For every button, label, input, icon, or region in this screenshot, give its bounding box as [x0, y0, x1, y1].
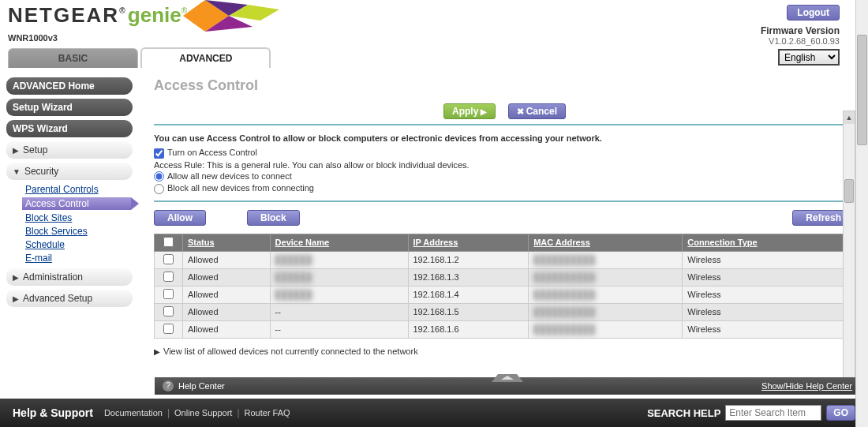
tab-basic[interactable]: BASIC [8, 48, 138, 68]
allow-all-label: Allow all new devices to connect [167, 171, 292, 181]
cell-device: ██████ [270, 268, 408, 286]
row-checkbox[interactable] [163, 289, 174, 299]
help-center-label: Help Center [178, 381, 225, 391]
cell-mac: ██████████ [529, 251, 683, 268]
chevron-right-icon: ▶ [13, 294, 19, 303]
sidebar-sub-block-sites[interactable]: Block Sites [25, 212, 138, 223]
sidebar-item-advanced-setup[interactable]: ▶Advanced Setup [6, 290, 133, 307]
table-row: Allowed██████192.168.1.2██████████Wirele… [155, 251, 855, 268]
content-scrollbar[interactable]: ▲ ▼ [843, 110, 855, 395]
scroll-thumb[interactable] [844, 179, 854, 203]
cell-device: ██████ [270, 286, 408, 303]
row-checkbox[interactable] [163, 306, 174, 317]
sidebar: ADVANCED Home Setup Wizard WPS Wizard ▶S… [0, 71, 138, 395]
col-device[interactable]: Device Name [270, 234, 408, 251]
cell-status: Allowed [183, 251, 271, 268]
block-all-label: Block all new devices from connecting [167, 183, 314, 193]
sidebar-item-setup[interactable]: ▶Setup [6, 141, 133, 159]
sidebar-sub-access-control[interactable]: Access Control [22, 197, 131, 210]
chevron-down-icon: ▼ [13, 167, 21, 176]
cell-ip: 192.168.1.5 [408, 303, 529, 320]
cell-status: Allowed [183, 320, 271, 338]
sidebar-item-administration[interactable]: ▶Administration [6, 268, 133, 286]
allow-all-radio[interactable] [154, 171, 164, 182]
cell-conn: Wireless [683, 286, 855, 303]
col-ip[interactable]: IP Address [408, 234, 529, 251]
col-status[interactable]: Status [183, 234, 271, 251]
instruction-text: You can use Access Control to allow or b… [154, 133, 855, 143]
cell-status: Allowed [183, 286, 271, 303]
cell-conn: Wireless [683, 320, 855, 338]
apply-arrow-icon: ▶ [481, 107, 487, 116]
cell-mac: ██████████ [529, 320, 683, 338]
cell-conn: Wireless [683, 268, 855, 286]
sidebar-item-wps-wizard[interactable]: WPS Wizard [6, 120, 133, 137]
apply-button[interactable]: Apply▶ [443, 103, 496, 119]
cell-mac: ██████████ [529, 303, 683, 320]
row-checkbox[interactable] [163, 324, 174, 334]
sidebar-item-home[interactable]: ADVANCED Home [6, 77, 133, 95]
cell-ip: 192.168.1.6 [408, 320, 529, 338]
brand-logo: NETGEAR® genie® [8, 3, 187, 28]
genie-decoration [174, 0, 300, 34]
block-button[interactable]: Block [247, 210, 300, 226]
cell-mac: ██████████ [529, 268, 683, 286]
divider [154, 124, 855, 125]
cancel-x-icon: ✖ [517, 107, 524, 116]
cell-conn: Wireless [683, 303, 855, 320]
cancel-button[interactable]: ✖Cancel [508, 103, 566, 119]
sidebar-sub-parental[interactable]: Parental Controls [25, 184, 138, 195]
cell-ip: 192.168.1.2 [408, 251, 529, 268]
brand-netgear: NETGEAR [8, 3, 119, 27]
tab-advanced[interactable]: ADVANCED [140, 47, 271, 68]
turn-on-label: Turn on Access Control [167, 148, 257, 157]
rule-text: Access Rule: This is a general rule. You… [154, 160, 855, 170]
table-row: Allowed--192.168.1.5██████████Wireless [155, 303, 855, 320]
cell-ip: 192.168.1.4 [408, 286, 529, 303]
toggle-help-link[interactable]: Show/Hide Help Center [761, 381, 852, 391]
page-title: Access Control [154, 77, 855, 94]
main-content: Access Control Apply▶ ✖Cancel You can us… [138, 71, 868, 395]
chevron-right-icon: ▶ [13, 146, 19, 155]
block-all-radio[interactable] [154, 184, 164, 194]
language-select[interactable]: English [778, 49, 840, 66]
sidebar-sub-email[interactable]: E-mail [25, 253, 138, 264]
divider [154, 200, 855, 202]
row-checkbox[interactable] [163, 272, 174, 282]
model-label: WNR1000v3 [8, 33, 58, 43]
scroll-up-icon[interactable]: ▲ [844, 111, 855, 124]
col-mac[interactable]: MAC Address [529, 234, 683, 251]
cell-device: ██████ [270, 251, 408, 268]
firmware-label: Firmware Version [761, 25, 840, 36]
firmware-version: V1.0.2.68_60.0.93 [769, 36, 840, 46]
help-pull-tab[interactable] [492, 374, 523, 382]
select-all-checkbox[interactable] [163, 237, 174, 247]
page-scroll-thumb[interactable] [857, 35, 867, 145]
page-scrollbar[interactable] [855, 0, 868, 395]
col-select [155, 234, 183, 251]
cell-mac: ██████████ [529, 286, 683, 303]
table-row: Allowed██████192.168.1.3██████████Wirele… [155, 268, 855, 286]
cell-status: Allowed [183, 303, 271, 320]
help-center-bar: ? Help Center Show/Hide Help Center [155, 377, 860, 395]
turn-on-checkbox[interactable] [154, 148, 164, 159]
table-row: Allowed██████192.168.1.4██████████Wirele… [155, 286, 855, 303]
help-icon: ? [163, 380, 174, 391]
sidebar-item-security[interactable]: ▼Security [6, 163, 133, 180]
sidebar-item-setup-wizard[interactable]: Setup Wizard [6, 99, 133, 116]
allow-button[interactable]: Allow [154, 210, 206, 226]
sidebar-sub-schedule[interactable]: Schedule [25, 239, 138, 250]
chevron-right-icon: ▶ [154, 347, 160, 356]
cell-device: -- [270, 320, 408, 338]
sidebar-sub-block-services[interactable]: Block Services [25, 226, 138, 237]
cell-device: -- [270, 303, 408, 320]
chevron-right-icon: ▶ [13, 273, 19, 282]
col-conn[interactable]: Connection Type [683, 234, 855, 251]
cell-ip: 192.168.1.3 [408, 268, 529, 286]
devices-table: Status Device Name IP Address MAC Addres… [154, 234, 855, 339]
row-checkbox[interactable] [163, 254, 174, 264]
view-allowed-list-link[interactable]: ▶View list of allowed devices not curren… [154, 346, 855, 356]
logout-button[interactable]: Logout [787, 5, 840, 21]
table-row: Allowed--192.168.1.6██████████Wireless [155, 320, 855, 338]
cell-conn: Wireless [683, 251, 855, 268]
